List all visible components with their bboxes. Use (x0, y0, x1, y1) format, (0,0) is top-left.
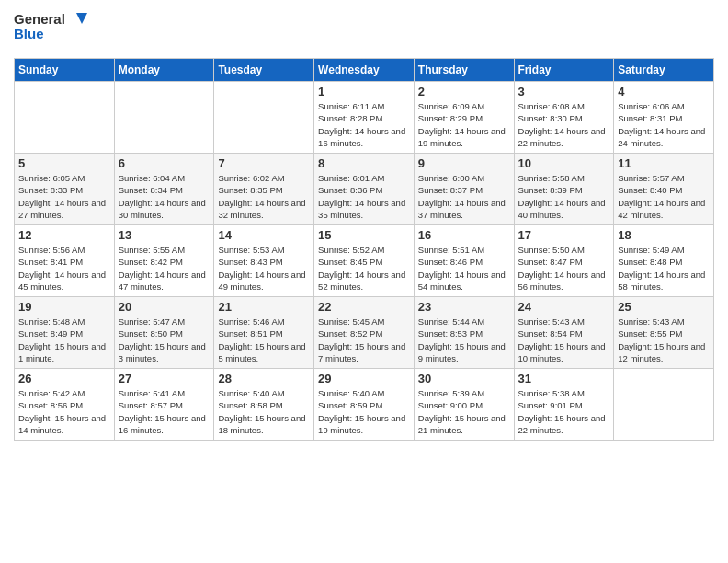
day-number: 30 (418, 372, 510, 385)
calendar-cell: 15Sunrise: 5:52 AMSunset: 8:45 PMDayligh… (314, 225, 415, 297)
calendar-cell: 17Sunrise: 5:50 AMSunset: 8:47 PMDayligh… (514, 225, 614, 297)
day-info: Sunrise: 5:46 AMSunset: 8:51 PMDaylight:… (218, 316, 310, 364)
day-info: Sunrise: 5:43 AMSunset: 8:55 PMDaylight:… (618, 316, 710, 364)
day-number: 26 (18, 372, 110, 385)
day-number: 14 (218, 228, 310, 242)
calendar-cell: 20Sunrise: 5:47 AMSunset: 8:50 PMDayligh… (114, 297, 214, 369)
day-info: Sunrise: 5:55 AMSunset: 8:42 PMDaylight:… (119, 244, 210, 293)
day-number: 3 (518, 85, 610, 98)
calendar-cell: 4Sunrise: 6:06 AMSunset: 8:31 PMDaylight… (614, 82, 714, 154)
weekday-header-sunday: Sunday (15, 59, 115, 82)
calendar-cell: 16Sunrise: 5:51 AMSunset: 8:46 PMDayligh… (414, 225, 514, 297)
day-info: Sunrise: 5:56 AMSunset: 8:41 PMDaylight:… (18, 244, 110, 293)
calendar-cell: 2Sunrise: 6:09 AMSunset: 8:29 PMDaylight… (414, 82, 514, 154)
calendar-cell (114, 82, 214, 154)
day-info: Sunrise: 5:58 AMSunset: 8:39 PMDaylight:… (518, 172, 610, 221)
weekday-header-row: SundayMondayTuesdayWednesdayThursdayFrid… (15, 59, 714, 82)
calendar-cell: 19Sunrise: 5:48 AMSunset: 8:49 PMDayligh… (15, 297, 115, 369)
calendar-cell (214, 82, 314, 154)
day-info: Sunrise: 5:52 AMSunset: 8:45 PMDaylight:… (318, 244, 410, 293)
day-number: 10 (518, 156, 610, 170)
calendar-cell (15, 82, 115, 154)
calendar-cell: 11Sunrise: 5:57 AMSunset: 8:40 PMDayligh… (614, 154, 714, 225)
day-info: Sunrise: 5:57 AMSunset: 8:40 PMDaylight:… (618, 172, 710, 221)
svg-text:General: General (14, 11, 65, 27)
day-number: 9 (418, 156, 510, 170)
calendar-page: General Blue SundayMondayTuesdayWednesda… (0, 0, 728, 563)
calendar-cell: 30Sunrise: 5:39 AMSunset: 9:00 PMDayligh… (414, 369, 514, 441)
day-number: 19 (18, 300, 110, 314)
calendar-cell: 21Sunrise: 5:46 AMSunset: 8:51 PMDayligh… (214, 297, 314, 369)
calendar-cell: 22Sunrise: 5:45 AMSunset: 8:52 PMDayligh… (314, 297, 415, 369)
weekday-header-friday: Friday (514, 59, 614, 82)
day-number: 15 (318, 228, 410, 242)
calendar-cell: 9Sunrise: 6:00 AMSunset: 8:37 PMDaylight… (414, 154, 514, 225)
calendar-cell: 3Sunrise: 6:08 AMSunset: 8:30 PMDaylight… (514, 82, 614, 154)
svg-text:Blue: Blue (14, 26, 44, 41)
day-info: Sunrise: 5:51 AMSunset: 8:46 PMDaylight:… (418, 244, 510, 293)
day-info: Sunrise: 6:09 AMSunset: 8:29 PMDaylight:… (418, 100, 510, 149)
day-number: 27 (119, 372, 210, 385)
day-number: 8 (318, 156, 410, 170)
calendar-week-row: 5Sunrise: 6:05 AMSunset: 8:33 PMDaylight… (15, 154, 714, 225)
day-number: 7 (218, 156, 310, 170)
calendar-cell: 8Sunrise: 6:01 AMSunset: 8:36 PMDaylight… (314, 154, 415, 225)
day-info: Sunrise: 5:42 AMSunset: 8:56 PMDaylight:… (18, 387, 110, 436)
day-info: Sunrise: 5:40 AMSunset: 8:59 PMDaylight:… (318, 387, 410, 436)
day-number: 31 (518, 372, 610, 385)
logo: General Blue (14, 9, 97, 51)
day-info: Sunrise: 5:41 AMSunset: 8:57 PMDaylight:… (119, 387, 210, 436)
day-info: Sunrise: 6:11 AMSunset: 8:28 PMDaylight:… (318, 100, 410, 149)
day-number: 20 (119, 300, 210, 314)
day-info: Sunrise: 5:40 AMSunset: 8:58 PMDaylight:… (218, 387, 310, 436)
calendar-cell: 1Sunrise: 6:11 AMSunset: 8:28 PMDaylight… (314, 82, 415, 154)
day-number: 6 (119, 156, 210, 170)
day-info: Sunrise: 6:04 AMSunset: 8:34 PMDaylight:… (119, 172, 210, 221)
day-number: 12 (18, 228, 110, 242)
calendar-cell (614, 369, 714, 441)
calendar-cell: 18Sunrise: 5:49 AMSunset: 8:48 PMDayligh… (614, 225, 714, 297)
day-info: Sunrise: 6:08 AMSunset: 8:30 PMDaylight:… (518, 100, 610, 149)
day-number: 23 (418, 300, 510, 314)
calendar-cell: 28Sunrise: 5:40 AMSunset: 8:58 PMDayligh… (214, 369, 314, 441)
day-number: 22 (318, 300, 410, 314)
calendar-cell: 24Sunrise: 5:43 AMSunset: 8:54 PMDayligh… (514, 297, 614, 369)
calendar-cell: 27Sunrise: 5:41 AMSunset: 8:57 PMDayligh… (114, 369, 214, 441)
day-info: Sunrise: 5:48 AMSunset: 8:49 PMDaylight:… (18, 316, 110, 364)
day-number: 11 (618, 156, 710, 170)
day-info: Sunrise: 5:39 AMSunset: 9:00 PMDaylight:… (418, 387, 510, 436)
calendar-cell: 26Sunrise: 5:42 AMSunset: 8:56 PMDayligh… (15, 369, 115, 441)
calendar-week-row: 19Sunrise: 5:48 AMSunset: 8:49 PMDayligh… (15, 297, 714, 369)
day-info: Sunrise: 5:43 AMSunset: 8:54 PMDaylight:… (518, 316, 610, 364)
day-number: 24 (518, 300, 610, 314)
svg-marker-2 (76, 13, 87, 24)
day-info: Sunrise: 6:00 AMSunset: 8:37 PMDaylight:… (418, 172, 510, 221)
day-info: Sunrise: 6:05 AMSunset: 8:33 PMDaylight:… (18, 172, 110, 221)
calendar-cell: 29Sunrise: 5:40 AMSunset: 8:59 PMDayligh… (314, 369, 415, 441)
page-header: General Blue (14, 9, 714, 51)
day-number: 2 (418, 85, 510, 98)
calendar-week-row: 26Sunrise: 5:42 AMSunset: 8:56 PMDayligh… (15, 369, 714, 441)
day-info: Sunrise: 6:06 AMSunset: 8:31 PMDaylight:… (618, 100, 710, 149)
calendar-cell: 14Sunrise: 5:53 AMSunset: 8:43 PMDayligh… (214, 225, 314, 297)
day-info: Sunrise: 5:44 AMSunset: 8:53 PMDaylight:… (418, 316, 510, 364)
day-info: Sunrise: 5:49 AMSunset: 8:48 PMDaylight:… (618, 244, 710, 293)
calendar-cell: 7Sunrise: 6:02 AMSunset: 8:35 PMDaylight… (214, 154, 314, 225)
day-number: 21 (218, 300, 310, 314)
day-info: Sunrise: 5:47 AMSunset: 8:50 PMDaylight:… (119, 316, 210, 364)
day-info: Sunrise: 5:38 AMSunset: 9:01 PMDaylight:… (518, 387, 610, 436)
calendar-cell: 5Sunrise: 6:05 AMSunset: 8:33 PMDaylight… (15, 154, 115, 225)
calendar-cell: 31Sunrise: 5:38 AMSunset: 9:01 PMDayligh… (514, 369, 614, 441)
weekday-header-monday: Monday (114, 59, 214, 82)
day-number: 5 (18, 156, 110, 170)
day-number: 17 (518, 228, 610, 242)
calendar-table: SundayMondayTuesdayWednesdayThursdayFrid… (14, 58, 714, 441)
day-number: 18 (618, 228, 710, 242)
calendar-week-row: 12Sunrise: 5:56 AMSunset: 8:41 PMDayligh… (15, 225, 714, 297)
weekday-header-wednesday: Wednesday (314, 59, 415, 82)
day-info: Sunrise: 5:50 AMSunset: 8:47 PMDaylight:… (518, 244, 610, 293)
day-number: 16 (418, 228, 510, 242)
weekday-header-saturday: Saturday (614, 59, 714, 82)
day-number: 28 (218, 372, 310, 385)
day-number: 13 (119, 228, 210, 242)
